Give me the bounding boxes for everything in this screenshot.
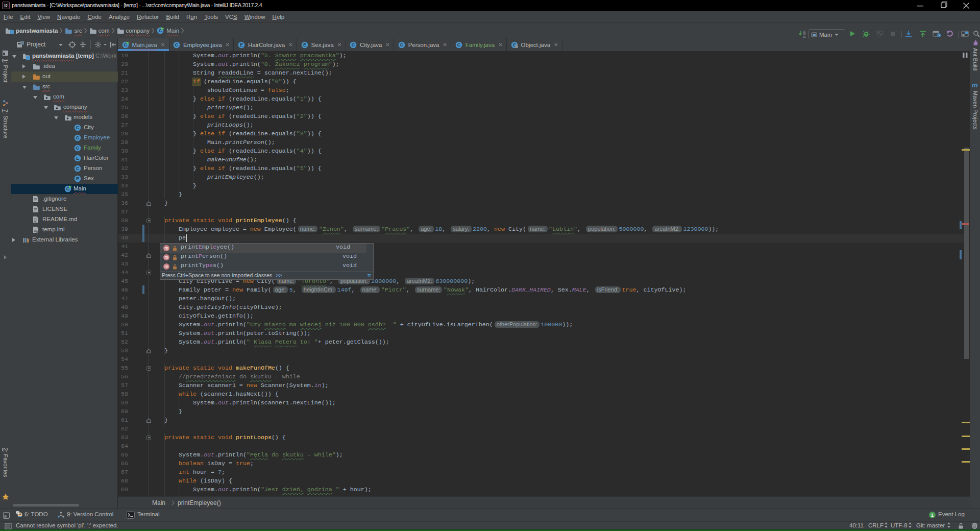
svg-text:C: C: [76, 135, 80, 140]
svg-text:C: C: [457, 42, 461, 47]
svg-text:E: E: [76, 176, 79, 181]
svg-text:C: C: [76, 125, 80, 130]
svg-text:E: E: [76, 156, 79, 161]
svg-text:1: 1: [931, 513, 934, 518]
svg-text:C: C: [400, 42, 403, 47]
svg-text:E: E: [240, 42, 243, 47]
svg-text:C: C: [175, 42, 179, 47]
svg-text:C: C: [352, 42, 355, 47]
svg-text:C: C: [76, 146, 80, 151]
svg-text:E: E: [303, 42, 306, 47]
svg-text:C: C: [76, 166, 80, 171]
